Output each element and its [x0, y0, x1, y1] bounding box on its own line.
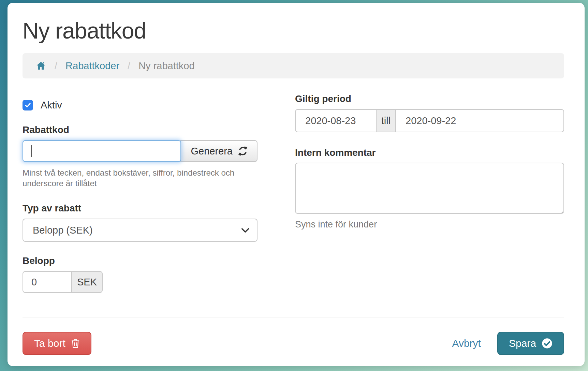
- code-input[interactable]: [23, 140, 181, 162]
- period-label: Giltig period: [295, 93, 564, 104]
- footer-actions: Ta bort Avbryt Spara: [23, 332, 564, 355]
- breadcrumb-separator: /: [128, 60, 130, 72]
- home-icon: [35, 61, 46, 71]
- delete-button-label: Ta bort: [34, 338, 65, 349]
- comment-label: Intern kommentar: [295, 147, 564, 158]
- period-separator-addon: till: [376, 109, 396, 132]
- page-content: Ny rabattkod / Rabattkoder / Ny rabattko…: [8, 18, 585, 355]
- active-checkbox-label: Aktiv: [41, 100, 62, 111]
- breadcrumb: / Rabattkoder / Ny rabattkod: [23, 53, 564, 78]
- type-label: Typ av rabatt: [23, 203, 258, 214]
- code-input-group: Generera: [23, 140, 258, 162]
- main-card: Ny rabattkod / Rabattkoder / Ny rabattko…: [8, 3, 585, 366]
- code-label: Rabattkod: [23, 124, 258, 135]
- breadcrumb-home-link[interactable]: [35, 61, 46, 71]
- comment-help-text: Syns inte för kunder: [295, 219, 564, 230]
- footer-divider: [23, 317, 564, 317]
- active-checkbox-row[interactable]: Aktiv: [23, 100, 258, 111]
- breadcrumb-separator: /: [55, 60, 57, 72]
- amount-label: Belopp: [23, 255, 258, 266]
- amount-input-group: SEK: [23, 271, 103, 293]
- breadcrumb-current: Ny rabattkod: [138, 60, 194, 72]
- amount-input[interactable]: [23, 271, 72, 293]
- period-to-input[interactable]: [395, 109, 564, 132]
- type-select-wrap: Belopp (SEK): [23, 219, 258, 242]
- period-from-input[interactable]: [295, 109, 377, 132]
- save-button-label: Spara: [509, 338, 536, 349]
- check-circle-icon: [542, 338, 553, 349]
- save-button[interactable]: Spara: [497, 332, 564, 355]
- discount-form: Aktiv Rabattkod Generera: [23, 92, 564, 293]
- text-caret: [31, 145, 32, 157]
- check-icon: [24, 102, 31, 109]
- footer-right-actions: Avbryt Spara: [452, 332, 564, 355]
- period-input-group: till: [295, 109, 564, 132]
- cancel-link[interactable]: Avbryt: [452, 338, 481, 349]
- form-column-right: Giltig period till Intern kommentar Syns…: [295, 92, 564, 293]
- form-column-left: Aktiv Rabattkod Generera: [23, 92, 258, 293]
- amount-unit-addon: SEK: [71, 271, 103, 293]
- breadcrumb-link-rabattkoder[interactable]: Rabattkoder: [65, 60, 119, 72]
- code-help-text: Minst två tecken, endast bokstäver, siff…: [23, 167, 268, 189]
- generate-button-label: Generera: [191, 146, 233, 157]
- refresh-icon: [238, 146, 248, 156]
- type-select[interactable]: Belopp (SEK): [23, 219, 258, 242]
- delete-button[interactable]: Ta bort: [23, 332, 91, 355]
- page-title: Ny rabattkod: [23, 18, 564, 44]
- active-checkbox[interactable]: [23, 100, 33, 110]
- generate-button[interactable]: Generera: [180, 140, 258, 162]
- trash-icon: [71, 338, 80, 348]
- comment-textarea[interactable]: [295, 163, 564, 214]
